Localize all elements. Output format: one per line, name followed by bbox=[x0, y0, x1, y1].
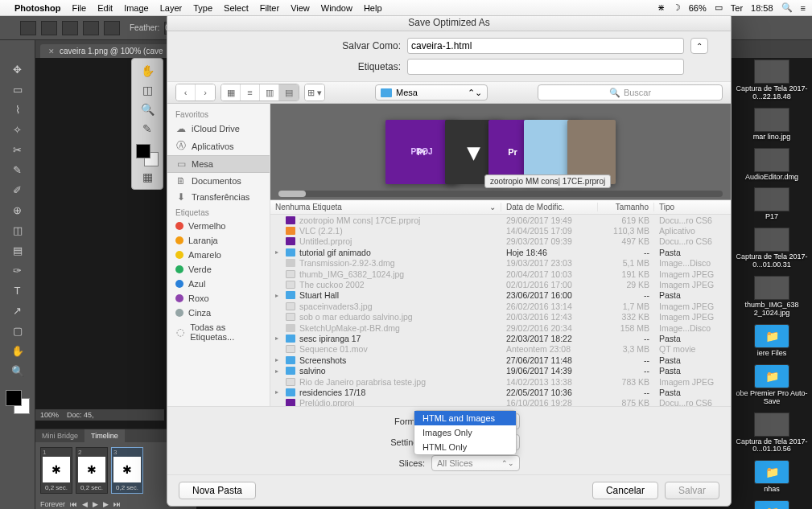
menu-select[interactable]: Select bbox=[224, 3, 249, 13]
coverflow-view[interactable]: Pr ▾ Pr zootropio MM cons| 17CE.prproj bbox=[270, 104, 731, 200]
menu-filter[interactable]: Filter bbox=[260, 3, 279, 13]
desktop-item[interactable]: Captura de Tela 2017-0...01.10.56 bbox=[736, 413, 808, 454]
file-row[interactable]: VLC (2.2.1)14/04/2015 17:09110,3 MBAplic… bbox=[270, 225, 731, 236]
file-row[interactable]: ▸sesc ipiranga 1722/03/2017 18:22--Pasta bbox=[270, 333, 731, 343]
sidebar-documents[interactable]: 🗎Documentos bbox=[167, 173, 270, 189]
tab-mini-bridge[interactable]: Mini Bridge bbox=[35, 429, 84, 442]
desktop-item[interactable]: 📁Screenshots bbox=[736, 500, 808, 509]
eyedropper-tool-icon[interactable]: ✎ bbox=[9, 161, 27, 179]
tab-timeline[interactable]: Timeline bbox=[84, 429, 125, 442]
eraser-tool-icon[interactable]: ◫ bbox=[9, 221, 27, 239]
prev-frame-icon[interactable]: ◀ bbox=[82, 500, 88, 508]
sidebar-tag-roxo[interactable]: Roxo bbox=[167, 291, 270, 306]
menu-file[interactable]: File bbox=[72, 3, 86, 13]
sidebar-icloud[interactable]: ☁iCloud Drive bbox=[167, 121, 270, 137]
save-as-input[interactable] bbox=[407, 38, 684, 54]
sidebar-applications[interactable]: ⒶAplicativos bbox=[167, 137, 270, 155]
lasso-tool-icon[interactable]: ⌇ bbox=[9, 101, 27, 118]
file-row[interactable]: ▸Stuart Hall23/06/2017 16:00--Pasta bbox=[270, 290, 731, 301]
sfw-fg-swatch[interactable] bbox=[136, 144, 150, 158]
selection-mode-2[interactable] bbox=[62, 21, 78, 35]
dnd-icon[interactable]: ☽ bbox=[673, 2, 681, 13]
selection-mode-4[interactable] bbox=[104, 21, 120, 35]
desktop-item[interactable]: P17 bbox=[736, 187, 808, 221]
pen-tool-icon[interactable]: ✑ bbox=[9, 261, 27, 279]
menu-type[interactable]: Type bbox=[193, 3, 212, 13]
col-size[interactable]: Tamanho bbox=[598, 203, 654, 211]
selection-mode-1[interactable] bbox=[41, 21, 57, 35]
view-icon-grid[interactable]: ▦ bbox=[221, 84, 241, 101]
type-tool-icon[interactable]: T bbox=[9, 281, 27, 299]
first-frame-icon[interactable]: ⏮ bbox=[70, 500, 77, 508]
battery-icon[interactable]: ▭ bbox=[715, 2, 723, 13]
search-field[interactable]: 🔍 Buscar bbox=[538, 84, 723, 101]
view-icon-coverflow[interactable]: ▤ bbox=[279, 84, 299, 101]
format-option-html-and-images[interactable]: HTML and Images bbox=[414, 411, 516, 425]
tags-input[interactable] bbox=[407, 59, 684, 75]
nav-back-icon[interactable]: ‹ bbox=[176, 84, 196, 101]
frame-2[interactable]: 2✱0,2 sec. bbox=[76, 447, 108, 494]
last-frame-icon[interactable]: ⏭ bbox=[113, 500, 121, 508]
path-tool-icon[interactable]: ↗ bbox=[9, 302, 27, 319]
cancel-button[interactable]: Cancelar bbox=[592, 482, 658, 499]
menu-view[interactable]: View bbox=[291, 3, 310, 13]
file-row[interactable]: Untitled.prproj29/03/2017 09:39497 KBDoc… bbox=[270, 236, 731, 247]
frame-1[interactable]: 1✱0,2 sec. bbox=[40, 447, 72, 494]
menu-layer[interactable]: Layer bbox=[160, 3, 183, 13]
gradient-tool-icon[interactable]: ▤ bbox=[9, 241, 27, 259]
desktop-item[interactable]: Captura de Tela 2017-0...22.18.48 bbox=[736, 60, 808, 101]
desktop-item[interactable]: 📁iere Files bbox=[736, 324, 808, 358]
sidebar-tag-verde[interactable]: Verde bbox=[167, 262, 270, 277]
expand-toggle-icon[interactable]: ⌃ bbox=[690, 38, 708, 54]
sidebar-downloads[interactable]: ⬇Transferências bbox=[167, 189, 270, 205]
foreground-color-swatch[interactable] bbox=[6, 390, 22, 406]
format-option-images-only[interactable]: Images Only bbox=[414, 425, 516, 440]
save-button[interactable]: Salvar bbox=[665, 482, 719, 499]
sfw-color-swatches[interactable] bbox=[136, 144, 159, 166]
stamp-tool-icon[interactable]: ⊕ bbox=[9, 201, 27, 219]
col-date[interactable]: Data de Modific. bbox=[501, 203, 598, 211]
col-kind[interactable]: Tipo bbox=[654, 203, 731, 211]
slices-select[interactable]: All Slices⌃⌄ bbox=[431, 455, 520, 471]
shape-tool-icon[interactable]: ▢ bbox=[9, 322, 27, 339]
hand-icon[interactable]: ✋ bbox=[135, 62, 159, 80]
sidebar-all-tags[interactable]: ◌Todas as Etiquetas... bbox=[167, 320, 270, 344]
sidebar-tag-azul[interactable]: Azul bbox=[167, 277, 270, 291]
file-row[interactable]: SketchUpMake-pt-BR.dmg29/02/2016 20:3415… bbox=[270, 322, 731, 333]
file-row[interactable]: Prelúdio.prproj16/10/2016 19:28875 KBDoc… bbox=[270, 398, 731, 406]
zoom-tool-icon[interactable]: 🔍 bbox=[9, 362, 27, 380]
file-row[interactable]: ▸Screenshots27/06/2017 11:48--Pasta bbox=[270, 355, 731, 365]
desktop-item[interactable]: thumb_IMG_638 2_1024.jpg bbox=[736, 276, 808, 318]
marquee-tool-icon[interactable]: ▭ bbox=[9, 80, 27, 98]
nav-forward-icon[interactable]: › bbox=[196, 84, 215, 101]
new-folder-button[interactable]: Nova Pasta bbox=[179, 482, 256, 499]
wand-tool-icon[interactable]: ✧ bbox=[9, 121, 27, 138]
zoom-icon[interactable]: 🔍 bbox=[135, 101, 159, 118]
view-icon-columns[interactable]: ▥ bbox=[260, 84, 279, 101]
menu-edit[interactable]: Edit bbox=[97, 3, 113, 13]
file-row[interactable]: thumb_IMG_6382_1024.jpg20/04/2017 10:031… bbox=[270, 269, 731, 279]
view-icon-list[interactable]: ≡ bbox=[241, 84, 260, 101]
menu-image[interactable]: Image bbox=[124, 3, 149, 13]
file-row[interactable]: zootropio MM cons| 17CE.prproj29/06/2017… bbox=[270, 215, 731, 225]
spotlight-icon[interactable]: 🔍 bbox=[781, 2, 793, 13]
hand-tool-icon[interactable]: ✋ bbox=[9, 342, 27, 359]
sidebar-tag-vermelho[interactable]: Vermelho bbox=[167, 219, 270, 233]
marquee-mode-icon[interactable] bbox=[20, 21, 36, 35]
file-row[interactable]: The cuckoo 200202/01/2016 17:0029 KBImag… bbox=[270, 279, 731, 289]
eyedropper-icon[interactable]: ✎ bbox=[135, 120, 159, 138]
document-tab[interactable]: ✕ caveira 1.png @ 100% (cave bbox=[40, 44, 171, 58]
desktop-item[interactable]: 📁obe Premier Pro Auto-Save bbox=[736, 364, 808, 406]
file-row[interactable]: Rio de Janeiro parabrisa teste.jpg14/02/… bbox=[270, 376, 731, 387]
file-list[interactable]: zootropio MM cons| 17CE.prproj29/06/2017… bbox=[270, 215, 731, 406]
desktop-item[interactable]: AudioEditor.dmg bbox=[736, 148, 808, 182]
menu-window[interactable]: Window bbox=[321, 3, 352, 13]
frame-3[interactable]: 3✱0,2 sec. bbox=[111, 447, 143, 494]
desktop-item[interactable]: Captura de Tela 2017-0...01.00.31 bbox=[736, 228, 808, 269]
file-row[interactable]: Transmission-2.92-3.dmg19/03/2017 23:035… bbox=[270, 258, 731, 269]
app-name[interactable]: Photoshop bbox=[14, 3, 60, 13]
notification-center-icon[interactable]: ≡ bbox=[801, 3, 806, 13]
file-row[interactable]: ▸residencies 17/1822/05/2017 10:36--Past… bbox=[270, 387, 731, 397]
location-select[interactable]: Mesa ⌃⌄ bbox=[375, 84, 488, 101]
file-row[interactable]: Sequence 01.movAnteontem 23:083,3 MBQT m… bbox=[270, 344, 731, 355]
